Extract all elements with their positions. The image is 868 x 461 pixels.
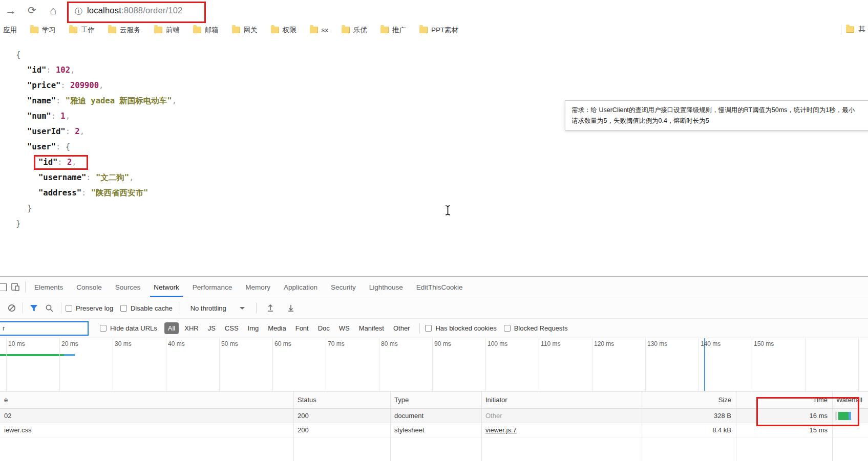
clear-network-log-icon[interactable] [4,304,19,312]
throttling-select[interactable]: No throttling [185,304,250,312]
devtools-tab-application[interactable]: Application [277,277,324,297]
bookmark-item[interactable]: 工作 [69,26,95,35]
search-icon[interactable] [41,304,57,313]
json-line: "username": "文二狗", [0,170,177,185]
devtools-tab-sources[interactable]: Sources [109,277,147,297]
json-token-num: 1 [60,112,65,121]
filter-type-media[interactable]: Media [264,322,289,334]
ruler-gridline [379,338,379,391]
import-har-icon[interactable] [263,304,278,312]
forward-icon[interactable]: → [5,4,16,17]
hide-data-urls-checkbox[interactable] [100,325,107,332]
ruler-label: 60 ms [274,340,291,347]
bookmark-item[interactable]: 权限 [271,26,297,35]
preserve-log-checkbox[interactable] [66,305,72,312]
disable-cache-checkbox[interactable] [120,305,127,312]
folder-icon [310,27,318,33]
network-overview[interactable]: 10 ms20 ms30 ms40 ms50 ms60 ms70 ms80 ms… [0,338,868,391]
bookmark-item[interactable]: 网关 [232,26,258,35]
folder-icon [271,27,279,33]
reload-icon[interactable]: ⟳ [28,4,36,17]
filter-type-other[interactable]: Other [390,322,414,334]
network-filter-input[interactable] [0,321,89,336]
filter-type-all[interactable]: All [164,322,179,334]
table-row[interactable]: iewer.css200stylesheetviewer.js:78.4 kB1… [0,423,868,437]
requests-table: eStatusTypeInitiatorSizeTimeWaterfall 02… [0,391,868,461]
column-header-e[interactable]: e [4,391,289,408]
filter-type-xhr[interactable]: XHR [181,322,202,334]
devtools-tabs: ElementsConsoleSourcesNetworkPerformance… [28,277,470,297]
table-row[interactable]: 02200documentOther328 B16 ms [0,409,868,423]
folder-icon [108,27,116,33]
bookmark-item[interactable]: 推广 [380,26,406,35]
filter-funnel-icon[interactable] [26,304,41,312]
json-token-key: "userId" [27,127,66,136]
json-line: "num": 1, [0,108,177,124]
bookmark-item[interactable]: 学习 [30,26,56,35]
folder-icon [232,27,240,33]
cell-e: iewer.css [4,423,289,437]
bookmark-item[interactable]: 前端 [154,26,180,35]
has-blocked-cookies-checkbox[interactable] [425,325,432,332]
inspect-element-icon-partial[interactable] [0,283,7,291]
bookmark-label: 前端 [166,26,180,35]
devtools-tab-performance[interactable]: Performance [186,277,239,297]
blocked-requests-checkbox[interactable] [504,325,511,332]
export-har-icon[interactable] [283,304,299,312]
devtools-tab-memory[interactable]: Memory [239,277,277,297]
bookmark-label: 邮箱 [205,26,219,35]
json-token-punc: : [51,112,61,121]
column-header-status[interactable]: Status [298,391,386,408]
bookmark-item[interactable]: 云服务 [108,26,141,35]
divider [256,302,257,314]
divider [25,281,26,293]
ruler-gridline [645,338,646,391]
bookmark-label: 应用 [3,26,17,35]
bookmark-label: 工作 [81,26,95,35]
devtools-tab-lighthouse[interactable]: Lighthouse [363,277,410,297]
json-response-view: {"id": 102,"price": 209900,"name": "雅迪 y… [0,47,177,231]
filter-type-font[interactable]: Font [292,322,312,334]
bookmark-item-apps[interactable]: 应用 [3,26,17,35]
folder-icon [154,27,162,33]
json-token-key: "name" [27,96,56,105]
filter-type-doc[interactable]: Doc [314,322,333,334]
filter-type-ws[interactable]: WS [335,322,353,334]
divider [23,302,23,314]
devtools-tab-network[interactable]: Network [147,277,186,297]
bookmark-item[interactable]: sx [310,26,329,34]
divider [61,302,61,314]
bookmark-item[interactable]: PPT素材 [419,26,458,35]
json-token-num: 209900 [70,81,99,90]
column-header-type[interactable]: Type [394,391,477,408]
folder-icon [380,27,389,33]
bookmark-item[interactable]: 乐优 [342,26,367,35]
devtools-tab-console[interactable]: Console [70,277,109,297]
filter-type-css[interactable]: CSS [221,322,242,334]
filter-type-img[interactable]: Img [244,322,263,334]
json-line: "userId": 2, [0,124,177,139]
initiator-link[interactable]: viewer.js:7 [485,426,517,434]
ruler-label: 90 ms [434,340,451,347]
json-line: "id": 2, [0,155,177,170]
cell-status: 200 [298,409,386,423]
device-toolbar-icon[interactable] [8,277,23,297]
ruler-gridline [59,338,60,391]
filter-type-manifest[interactable]: Manifest [355,322,388,334]
bookmark-item[interactable]: 邮箱 [193,26,219,35]
column-header-initiator[interactable]: Initiator [485,391,637,408]
home-icon[interactable]: ⌂ [50,4,56,17]
column-divider [642,391,642,461]
other-bookmarks-folder[interactable]: 其 [846,25,865,34]
column-header-size[interactable]: Size [646,391,731,408]
ruler-label: 10 ms [8,340,25,347]
devtools-tab-editthiscookie[interactable]: EditThisCookie [410,277,470,297]
cell-size: 8.4 kB [646,423,731,437]
chevron-down-icon [240,307,245,310]
cell-type: document [394,409,477,423]
devtools-tab-security[interactable]: Security [324,277,363,297]
ruler-gridline [539,338,539,391]
filter-type-js[interactable]: JS [204,322,219,334]
ruler-label: 80 ms [381,340,398,347]
devtools-tab-elements[interactable]: Elements [28,277,70,297]
